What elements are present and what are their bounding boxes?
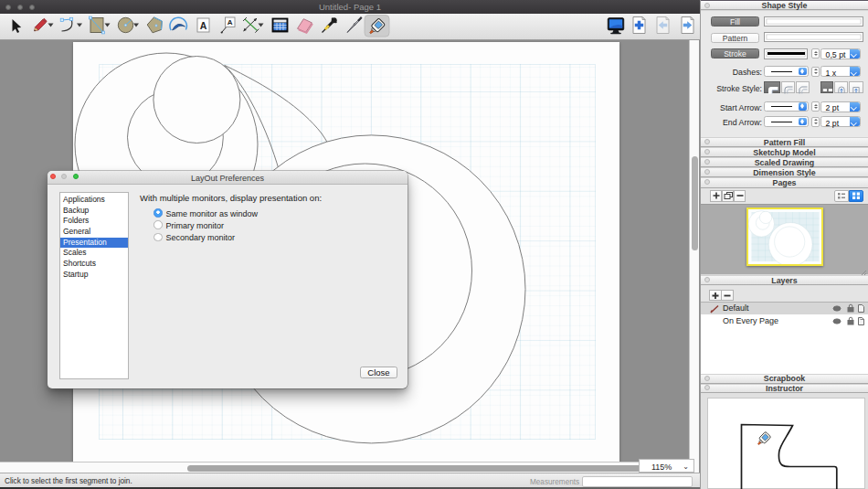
- svg-text:A: A: [228, 18, 233, 27]
- svg-text:A: A: [200, 20, 207, 31]
